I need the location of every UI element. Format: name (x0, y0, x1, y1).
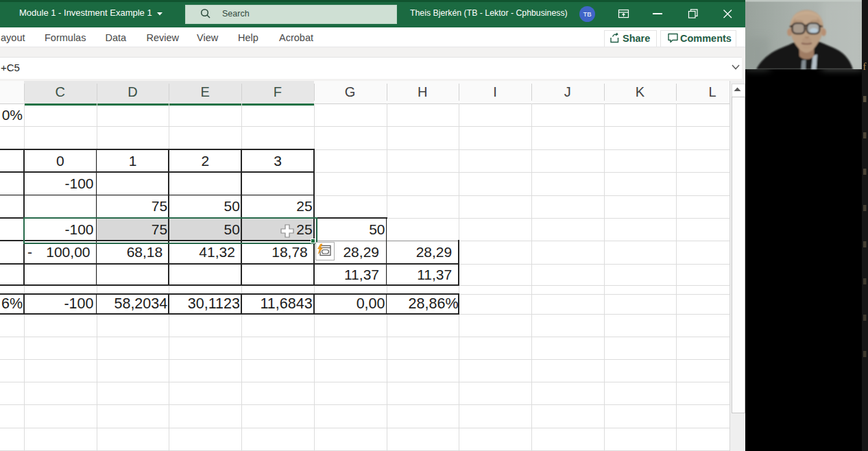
svg-text:f: f (863, 61, 867, 72)
